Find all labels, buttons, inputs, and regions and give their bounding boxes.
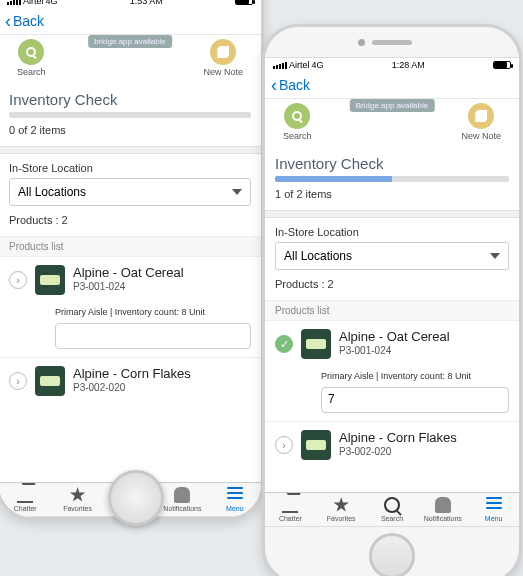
phone-mock-left: Airtel 4G 1:53 AM ‹Back Search bridge.ap… [0, 0, 264, 520]
battery-icon [493, 61, 511, 69]
inventory-input[interactable]: 7 [321, 387, 509, 413]
tab-search[interactable]: Search [367, 493, 418, 526]
pulse-icon [17, 487, 33, 503]
bell-icon [174, 487, 190, 503]
location-label: In-Store Location [0, 154, 261, 176]
home-button[interactable] [108, 470, 164, 526]
product-thumb [301, 430, 331, 460]
tab-favorites[interactable]: Favorites [316, 493, 367, 526]
expand-icon[interactable]: › [9, 372, 27, 390]
tab-bar: Chatter Favorites Search Notifications M… [265, 492, 519, 526]
products-count: Products : 2 [0, 214, 261, 236]
check-icon[interactable]: ✓ [275, 335, 293, 353]
product-name: Alpine - Oat Cereal [73, 265, 251, 280]
home-button[interactable] [369, 533, 415, 576]
inventory-input[interactable] [55, 323, 251, 349]
action-row: Search bridge.app available New Note [0, 35, 261, 83]
product-row[interactable]: › Alpine - Corn Flakes P3-002-020 [0, 357, 261, 400]
phone-bezel [265, 27, 519, 57]
back-button[interactable]: ‹Back [5, 12, 44, 30]
progress-text: 0 of 2 items [0, 118, 261, 146]
menu-icon [227, 487, 243, 503]
new-note-action[interactable]: New Note [203, 39, 243, 77]
status-bar: Airtel 4G 1:53 AM [0, 0, 261, 8]
product-name: Alpine - Oat Cereal [339, 329, 509, 344]
carrier-label: Airtel [23, 0, 44, 6]
location-select[interactable]: All Locations [9, 178, 251, 206]
phone-mock-right: Airtel 4G 1:28 AM ‹Back Search Bridge.ap… [262, 24, 522, 576]
back-button[interactable]: ‹Back [271, 76, 310, 94]
expand-icon[interactable]: › [9, 271, 27, 289]
product-code: P3-001-024 [73, 281, 251, 292]
nav-bar: ‹Back [0, 8, 261, 35]
product-thumb [35, 265, 65, 295]
progress-text: 1 of 2 items [265, 182, 519, 210]
product-name: Alpine - Corn Flakes [73, 366, 251, 381]
search-icon [26, 47, 36, 57]
tab-menu[interactable]: Menu [209, 483, 261, 516]
products-count: Products : 2 [265, 278, 519, 300]
chevron-down-icon [490, 253, 500, 259]
search-action[interactable]: Search [17, 39, 46, 77]
app-screen: Airtel 4G 1:28 AM ‹Back Search Bridge.ap… [265, 57, 519, 527]
signal-icon [7, 0, 21, 5]
time-label: 1:28 AM [392, 60, 425, 70]
product-name: Alpine - Corn Flakes [339, 430, 509, 445]
page-title: Inventory Check [0, 83, 261, 112]
carrier-label: Airtel [289, 60, 310, 70]
list-header: Products list [265, 300, 519, 320]
product-meta: Primary Aisle | Inventory count: 8 Unit [321, 371, 509, 381]
nav-bar: ‹Back [265, 72, 519, 99]
page-title: Inventory Check [265, 147, 519, 176]
product-row[interactable]: › Alpine - Oat Cereal P3-001-024 [0, 256, 261, 299]
product-code: P3-002-020 [73, 382, 251, 393]
search-icon [292, 111, 302, 121]
product-code: P3-002-020 [339, 446, 509, 457]
tab-favorites[interactable]: Favorites [51, 483, 103, 516]
chevron-down-icon [232, 189, 242, 195]
chevron-left-icon: ‹ [5, 12, 11, 30]
tab-notifications[interactable]: Notifications [417, 493, 468, 526]
chevron-left-icon: ‹ [271, 76, 277, 94]
tab-menu[interactable]: Menu [468, 493, 519, 526]
signal-icon [273, 62, 287, 69]
time-label: 1:53 AM [130, 0, 163, 6]
network-label: 4G [46, 0, 58, 6]
star-icon [333, 497, 349, 513]
product-row[interactable]: › Alpine - Corn Flakes P3-002-020 [265, 421, 519, 464]
note-icon [217, 46, 229, 58]
status-bar: Airtel 4G 1:28 AM [265, 58, 519, 72]
app-available-banner[interactable]: bridge.app available [88, 35, 172, 48]
expand-icon[interactable]: › [275, 436, 293, 454]
new-note-action[interactable]: New Note [461, 103, 501, 141]
product-thumb [301, 329, 331, 359]
location-label: In-Store Location [265, 218, 519, 240]
list-header: Products list [0, 236, 261, 256]
search-action[interactable]: Search [283, 103, 312, 141]
bell-icon [435, 497, 451, 513]
product-code: P3-001-024 [339, 345, 509, 356]
product-thumb [35, 366, 65, 396]
tab-chatter[interactable]: Chatter [0, 483, 51, 516]
product-row[interactable]: ✓ Alpine - Oat Cereal P3-001-024 [265, 320, 519, 363]
note-icon [475, 110, 487, 122]
location-select[interactable]: All Locations [275, 242, 509, 270]
menu-icon [486, 497, 502, 513]
star-icon [70, 487, 86, 503]
battery-icon [235, 0, 253, 5]
pulse-icon [282, 497, 298, 513]
network-label: 4G [312, 60, 324, 70]
app-available-banner[interactable]: Bridge.app available [350, 99, 435, 112]
app-screen: Airtel 4G 1:53 AM ‹Back Search bridge.ap… [0, 0, 261, 517]
tab-notifications[interactable]: Notifications [156, 483, 208, 516]
product-meta: Primary Aisle | Inventory count: 8 Unit [55, 307, 251, 317]
action-row: Search Bridge.app available New Note [265, 99, 519, 147]
tab-chatter[interactable]: Chatter [265, 493, 316, 526]
search-icon [384, 497, 400, 513]
